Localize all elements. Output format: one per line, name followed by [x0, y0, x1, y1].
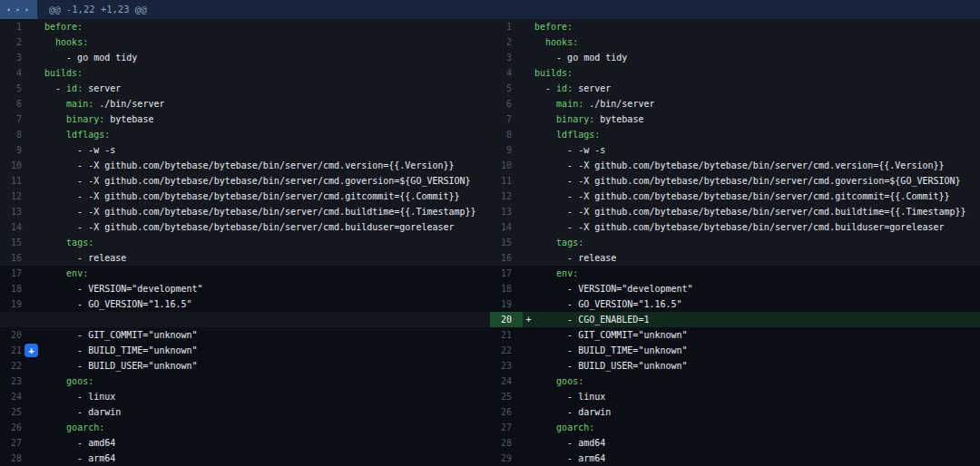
diff-marker [33, 34, 44, 50]
diff-marker [33, 219, 44, 235]
split-diff-viewer: ··· @@ -1,22 +1,23 @@ 1before:2 hooks:3 … [0, 0, 980, 466]
line-number: 18 [490, 281, 523, 296]
expand-hunk-button[interactable]: ··· [0, 0, 37, 19]
code-line: - id: server [534, 81, 611, 96]
diff-marker [33, 127, 44, 142]
diff-row: 5 - id: server [0, 81, 490, 96]
line-number: 29 [490, 451, 523, 466]
diff-marker [33, 158, 44, 173]
diff-row: 23 - BUILD_USER="unknown" [490, 358, 980, 374]
diff-marker [523, 204, 534, 219]
code-line: env: [534, 266, 578, 281]
code-line: - go mod tidy [534, 50, 627, 65]
line-number: 24 [0, 389, 33, 404]
diff-marker [523, 81, 534, 96]
line-number: 23 [490, 358, 523, 374]
code-line: - -X github.com/bytebase/bytebase/bin/se… [44, 158, 455, 173]
diff-marker [33, 250, 44, 266]
code-line: - darwin [534, 404, 611, 420]
line-number: 17 [490, 266, 523, 281]
diff-row: 17 env: [0, 266, 490, 281]
diff-row: 18 - VERSION="development" [490, 281, 980, 296]
code-line: - -X github.com/bytebase/bytebase/bin/se… [534, 173, 961, 189]
line-number: 11 [0, 173, 33, 189]
code-line: - CGO_ENABLED=1 [534, 312, 649, 327]
code-line: - -w -s [534, 142, 605, 158]
code-line: - release [44, 250, 126, 266]
line-number: 8 [490, 127, 523, 142]
line-number [0, 312, 33, 327]
diff-marker [33, 312, 44, 327]
code-line: - arm64 [44, 451, 115, 466]
diff-right-pane: 1before:2 hooks:3 - go mod tidy4builds:5… [490, 19, 980, 466]
diff-row: 9 - -w -s [490, 142, 980, 158]
diff-row: 1before: [490, 19, 980, 34]
line-number: 16 [490, 250, 523, 266]
diff-marker [523, 451, 534, 466]
diff-marker [33, 451, 44, 466]
line-number: 1 [0, 19, 33, 34]
diff-row: 6 main: ./bin/server [0, 96, 490, 112]
line-number: 19 [0, 296, 33, 312]
diff-row: 8 ldflags: [490, 127, 980, 142]
diff-row: 25 - linux [490, 389, 980, 404]
diff-marker [523, 158, 534, 173]
diff-row: 11 - -X github.com/bytebase/bytebase/bin… [490, 173, 980, 189]
code-line: - VERSION="development" [44, 281, 203, 296]
diff-marker [33, 235, 44, 250]
diff-row: 15 tags: [0, 235, 490, 250]
diff-marker [33, 327, 44, 343]
line-number: 6 [0, 96, 33, 112]
added-line-marker: + [523, 312, 534, 327]
diff-marker [523, 235, 534, 250]
code-line: - -X github.com/bytebase/bytebase/bin/se… [534, 189, 950, 204]
code-line: - linux [534, 389, 605, 404]
diff-row: 11 - -X github.com/bytebase/bytebase/bin… [0, 173, 490, 189]
line-number: 2 [0, 34, 33, 50]
diff-marker [33, 173, 44, 189]
diff-marker [33, 435, 44, 451]
line-number: 20 [0, 327, 33, 343]
diff-marker [523, 50, 534, 65]
add-comment-button[interactable]: + [24, 344, 38, 357]
diff-row: 16 - release [490, 250, 980, 266]
line-number: 12 [490, 189, 523, 204]
code-line: before: [44, 19, 83, 34]
line-number: 19 [490, 296, 523, 312]
line-number: 22 [0, 358, 33, 374]
diff-marker [523, 173, 534, 189]
code-line: goarch: [44, 420, 104, 435]
code-line: env: [44, 266, 88, 281]
diff-marker [33, 112, 44, 127]
diff-row: 21 - GIT_COMMIT="unknown" [490, 327, 980, 343]
diff-row: 16 - release [0, 250, 490, 266]
line-number: 7 [0, 112, 33, 127]
diff-marker [33, 50, 44, 65]
code-line: - -X github.com/bytebase/bytebase/bin/se… [44, 189, 460, 204]
line-number: 13 [0, 204, 33, 219]
code-line: main: ./bin/server [44, 96, 164, 112]
code-line: - BUILD_USER="unknown" [44, 358, 198, 374]
code-line: - -X github.com/bytebase/bytebase/bin/se… [44, 173, 471, 189]
line-number: 4 [490, 65, 523, 81]
line-number: 10 [490, 158, 523, 173]
code-line: builds: [534, 65, 573, 81]
diff-row: 3 - go mod tidy [490, 50, 980, 65]
diff-row: 27 - amd64 [0, 435, 490, 451]
code-line: - -w -s [44, 142, 115, 158]
diff-row: 14 - -X github.com/bytebase/bytebase/bin… [490, 219, 980, 235]
code-line: hooks: [44, 34, 88, 50]
diff-row: 25 - darwin [0, 404, 490, 420]
line-number: 13 [490, 204, 523, 219]
code-line: goarch: [534, 420, 594, 435]
diff-row: 14 - -X github.com/bytebase/bytebase/bin… [0, 219, 490, 235]
diff-marker [523, 96, 534, 112]
diff-marker [33, 266, 44, 281]
line-number: 17 [0, 266, 33, 281]
diff-marker [33, 404, 44, 420]
diff-row: 22 - BUILD_USER="unknown" [0, 358, 490, 374]
code-line: - BUILD_TIME="unknown" [534, 343, 688, 358]
code-line: - BUILD_USER="unknown" [534, 358, 688, 374]
diff-row: 1before: [0, 19, 490, 34]
line-number: 16 [0, 250, 33, 266]
